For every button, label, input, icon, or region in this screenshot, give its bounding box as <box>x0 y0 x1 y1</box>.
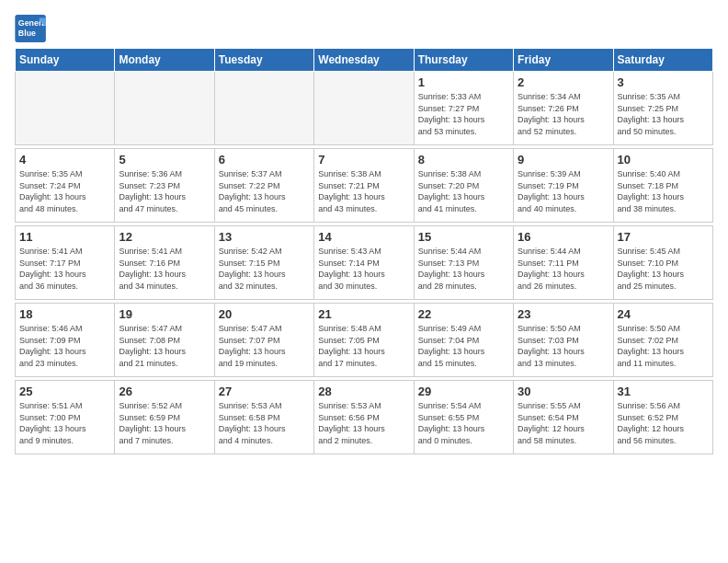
column-header-tuesday: Tuesday <box>214 49 313 72</box>
day-info: Sunrise: 5:35 AM Sunset: 7:24 PM Dayligh… <box>19 168 110 214</box>
day-info: Sunrise: 5:43 AM Sunset: 7:14 PM Dayligh… <box>318 246 409 292</box>
day-number: 31 <box>618 385 709 398</box>
day-number: 13 <box>219 230 310 244</box>
day-number: 18 <box>19 307 110 321</box>
column-header-wednesday: Wednesday <box>314 49 414 72</box>
day-number: 4 <box>19 153 110 167</box>
column-header-saturday: Saturday <box>613 49 712 72</box>
day-info: Sunrise: 5:44 AM Sunset: 7:13 PM Dayligh… <box>418 246 509 292</box>
day-number: 5 <box>119 153 210 167</box>
day-number: 17 <box>618 230 709 244</box>
day-number: 25 <box>19 385 110 398</box>
day-number: 15 <box>418 230 509 244</box>
svg-text:Blue: Blue <box>18 29 36 38</box>
day-number: 24 <box>618 307 709 321</box>
calendar-cell: 13Sunrise: 5:42 AM Sunset: 7:15 PM Dayli… <box>214 226 313 300</box>
calendar-week-4: 18Sunrise: 5:46 AM Sunset: 7:09 PM Dayli… <box>16 304 713 377</box>
day-info: Sunrise: 5:38 AM Sunset: 7:21 PM Dayligh… <box>318 168 409 214</box>
day-number: 14 <box>318 230 409 244</box>
day-info: Sunrise: 5:49 AM Sunset: 7:04 PM Dayligh… <box>418 323 509 369</box>
day-number: 3 <box>618 75 709 89</box>
day-info: Sunrise: 5:50 AM Sunset: 7:02 PM Dayligh… <box>618 323 709 369</box>
day-info: Sunrise: 5:44 AM Sunset: 7:11 PM Dayligh… <box>518 246 609 292</box>
calendar-cell: 25Sunrise: 5:51 AM Sunset: 7:00 PM Dayli… <box>16 381 115 454</box>
calendar-cell: 8Sunrise: 5:38 AM Sunset: 7:20 PM Daylig… <box>414 149 513 223</box>
calendar-cell <box>214 72 313 145</box>
day-info: Sunrise: 5:51 AM Sunset: 7:00 PM Dayligh… <box>19 400 110 446</box>
calendar-cell: 17Sunrise: 5:45 AM Sunset: 7:10 PM Dayli… <box>613 226 712 300</box>
calendar-week-3: 11Sunrise: 5:41 AM Sunset: 7:17 PM Dayli… <box>16 226 713 300</box>
day-number: 23 <box>518 307 609 321</box>
day-info: Sunrise: 5:41 AM Sunset: 7:16 PM Dayligh… <box>119 246 210 292</box>
day-number: 2 <box>518 75 609 89</box>
calendar-cell: 4Sunrise: 5:35 AM Sunset: 7:24 PM Daylig… <box>16 149 115 223</box>
day-number: 26 <box>119 385 210 398</box>
day-info: Sunrise: 5:36 AM Sunset: 7:23 PM Dayligh… <box>119 168 210 214</box>
calendar-header-row: SundayMondayTuesdayWednesdayThursdayFrid… <box>16 49 713 72</box>
calendar-cell: 2Sunrise: 5:34 AM Sunset: 7:26 PM Daylig… <box>514 72 613 145</box>
calendar-week-1: 1Sunrise: 5:33 AM Sunset: 7:27 PM Daylig… <box>16 72 713 145</box>
calendar-cell: 16Sunrise: 5:44 AM Sunset: 7:11 PM Dayli… <box>514 226 613 300</box>
day-info: Sunrise: 5:38 AM Sunset: 7:20 PM Dayligh… <box>418 168 509 214</box>
day-number: 27 <box>219 385 310 398</box>
column-header-sunday: Sunday <box>16 49 115 72</box>
calendar-cell: 1Sunrise: 5:33 AM Sunset: 7:27 PM Daylig… <box>414 72 513 145</box>
calendar-cell: 10Sunrise: 5:40 AM Sunset: 7:18 PM Dayli… <box>613 149 712 223</box>
day-number: 7 <box>318 153 409 167</box>
day-number: 20 <box>219 307 310 321</box>
calendar-cell: 20Sunrise: 5:47 AM Sunset: 7:07 PM Dayli… <box>214 304 313 377</box>
logo: General Blue <box>15 15 51 42</box>
day-number: 19 <box>119 307 210 321</box>
logo-icon: General Blue <box>15 15 48 42</box>
day-info: Sunrise: 5:33 AM Sunset: 7:27 PM Dayligh… <box>418 91 509 137</box>
calendar-cell: 12Sunrise: 5:41 AM Sunset: 7:16 PM Dayli… <box>115 226 214 300</box>
day-info: Sunrise: 5:53 AM Sunset: 6:58 PM Dayligh… <box>219 400 310 446</box>
day-info: Sunrise: 5:48 AM Sunset: 7:05 PM Dayligh… <box>318 323 409 369</box>
calendar-cell: 6Sunrise: 5:37 AM Sunset: 7:22 PM Daylig… <box>214 149 313 223</box>
day-info: Sunrise: 5:34 AM Sunset: 7:26 PM Dayligh… <box>518 91 609 137</box>
calendar-cell: 30Sunrise: 5:55 AM Sunset: 6:54 PM Dayli… <box>514 381 613 454</box>
calendar-cell: 9Sunrise: 5:39 AM Sunset: 7:19 PM Daylig… <box>514 149 613 223</box>
calendar-cell: 11Sunrise: 5:41 AM Sunset: 7:17 PM Dayli… <box>16 226 115 300</box>
calendar-cell: 26Sunrise: 5:52 AM Sunset: 6:59 PM Dayli… <box>115 381 214 454</box>
calendar-cell: 14Sunrise: 5:43 AM Sunset: 7:14 PM Dayli… <box>314 226 414 300</box>
day-info: Sunrise: 5:42 AM Sunset: 7:15 PM Dayligh… <box>219 246 310 292</box>
day-number: 28 <box>318 385 409 398</box>
day-number: 21 <box>318 307 409 321</box>
day-info: Sunrise: 5:47 AM Sunset: 7:07 PM Dayligh… <box>219 323 310 369</box>
day-info: Sunrise: 5:55 AM Sunset: 6:54 PM Dayligh… <box>518 400 609 446</box>
calendar-cell: 29Sunrise: 5:54 AM Sunset: 6:55 PM Dayli… <box>414 381 513 454</box>
day-info: Sunrise: 5:41 AM Sunset: 7:17 PM Dayligh… <box>19 246 110 292</box>
day-info: Sunrise: 5:46 AM Sunset: 7:09 PM Dayligh… <box>19 323 110 369</box>
calendar-cell <box>314 72 414 145</box>
column-header-friday: Friday <box>514 49 613 72</box>
day-info: Sunrise: 5:53 AM Sunset: 6:56 PM Dayligh… <box>318 400 409 446</box>
calendar-week-2: 4Sunrise: 5:35 AM Sunset: 7:24 PM Daylig… <box>16 149 713 223</box>
calendar-cell: 19Sunrise: 5:47 AM Sunset: 7:08 PM Dayli… <box>115 304 214 377</box>
day-info: Sunrise: 5:54 AM Sunset: 6:55 PM Dayligh… <box>418 400 509 446</box>
column-header-monday: Monday <box>115 49 214 72</box>
calendar-cell: 21Sunrise: 5:48 AM Sunset: 7:05 PM Dayli… <box>314 304 414 377</box>
day-number: 9 <box>518 153 609 167</box>
day-number: 22 <box>418 307 509 321</box>
calendar-cell: 23Sunrise: 5:50 AM Sunset: 7:03 PM Dayli… <box>514 304 613 377</box>
day-info: Sunrise: 5:40 AM Sunset: 7:18 PM Dayligh… <box>618 168 709 214</box>
day-info: Sunrise: 5:52 AM Sunset: 6:59 PM Dayligh… <box>119 400 210 446</box>
calendar-cell: 15Sunrise: 5:44 AM Sunset: 7:13 PM Dayli… <box>414 226 513 300</box>
day-number: 10 <box>618 153 709 167</box>
day-number: 6 <box>219 153 310 167</box>
calendar-cell <box>16 72 115 145</box>
day-info: Sunrise: 5:45 AM Sunset: 7:10 PM Dayligh… <box>618 246 709 292</box>
day-info: Sunrise: 5:47 AM Sunset: 7:08 PM Dayligh… <box>119 323 210 369</box>
calendar-cell: 28Sunrise: 5:53 AM Sunset: 6:56 PM Dayli… <box>314 381 414 454</box>
column-header-thursday: Thursday <box>414 49 513 72</box>
day-number: 30 <box>518 385 609 398</box>
day-info: Sunrise: 5:37 AM Sunset: 7:22 PM Dayligh… <box>219 168 310 214</box>
calendar-cell: 24Sunrise: 5:50 AM Sunset: 7:02 PM Dayli… <box>613 304 712 377</box>
day-info: Sunrise: 5:56 AM Sunset: 6:52 PM Dayligh… <box>618 400 709 446</box>
day-number: 16 <box>518 230 609 244</box>
calendar-week-5: 25Sunrise: 5:51 AM Sunset: 7:00 PM Dayli… <box>16 381 713 454</box>
calendar-cell: 27Sunrise: 5:53 AM Sunset: 6:58 PM Dayli… <box>214 381 313 454</box>
day-number: 8 <box>418 153 509 167</box>
calendar-cell: 7Sunrise: 5:38 AM Sunset: 7:21 PM Daylig… <box>314 149 414 223</box>
